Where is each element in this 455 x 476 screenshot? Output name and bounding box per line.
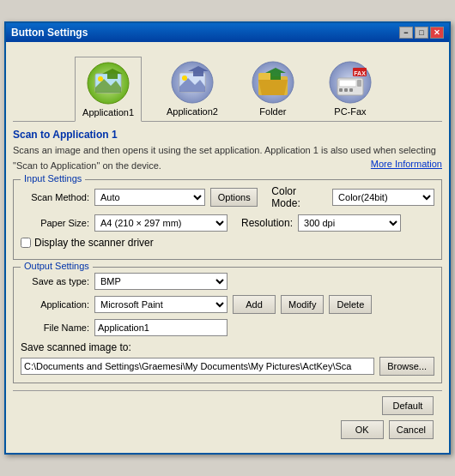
application-select[interactable]: Microsoft Paint [94,296,228,313]
delete-button[interactable]: Delete [329,295,372,314]
bottom-bar: Default [13,390,442,420]
tab-application2[interactable]: Application2 [159,56,226,121]
svg-rect-26 [349,88,353,92]
window-title: Button Settings [11,27,88,39]
more-information-link[interactable]: More Information [371,159,442,169]
svg-point-4 [98,76,103,81]
tab-bar: Application1 [13,49,442,122]
tab-application2-label: Application2 [167,106,218,117]
svg-rect-27 [357,80,361,87]
resolution-select[interactable]: 300 dpi [298,214,401,232]
default-button[interactable]: Default [382,396,434,415]
scan-method-label: Scan Method: [21,192,89,202]
tab-pcfax[interactable]: FAX PC-Fax [320,56,380,121]
save-type-row: Save as type: BMP [21,273,434,290]
svg-text:FAX: FAX [354,70,366,76]
app2-icon [170,60,215,105]
save-type-label: Save as type: [21,276,89,286]
file-name-input[interactable] [94,319,228,336]
input-settings-label: Input Settings [21,173,85,184]
application-row: Application: Microsoft Paint Add Modify … [21,295,434,314]
ok-cancel-row: OK Cancel [13,420,442,446]
display-driver-checkbox[interactable] [21,238,31,248]
output-settings-group: Output Settings Save as type: BMP Applic… [13,267,442,383]
paper-size-row: Paper Size: A4 (210 × 297 mm) Resolution… [21,214,434,232]
svg-marker-16 [258,80,288,95]
description-line2: "Scan to Application" on the device. [13,160,161,172]
scan-method-row: Scan Method: Auto Options Color Mode: Co… [21,185,434,209]
svg-rect-25 [344,88,348,92]
title-bar: Button Settings − □ ✕ [6,23,449,42]
pcfax-icon: FAX [328,60,373,105]
description-line1: Scans an image and then opens it using t… [13,144,442,157]
paper-size-label: Paper Size: [21,218,89,228]
paper-size-select[interactable]: A4 (210 × 297 mm) [94,214,228,232]
cancel-button[interactable]: Cancel [389,420,434,439]
folder-icon [251,60,295,105]
display-driver-row: Display the scanner driver [21,237,434,249]
browse-button[interactable]: Browse... [379,357,434,376]
maximize-button[interactable]: □ [415,27,428,39]
button-settings-window: Button Settings − □ ✕ [4,21,451,455]
modify-button[interactable]: Modify [281,295,324,314]
display-driver-label: Display the scanner driver [34,237,154,249]
options-button[interactable]: Options [210,188,258,207]
svg-rect-23 [339,80,356,87]
tab-folder-label: Folder [259,106,286,117]
main-content: Application1 [6,42,449,453]
color-mode-label: Color Mode: [271,185,327,209]
bottom-right-buttons: Default [382,396,434,415]
svg-rect-24 [339,88,343,92]
tab-application1[interactable]: Application1 [75,57,142,122]
save-path-input[interactable] [21,358,374,375]
application-label: Application: [21,299,89,310]
title-bar-buttons: − □ ✕ [399,27,444,39]
ok-button[interactable]: OK [341,420,384,439]
save-type-select[interactable]: BMP [94,273,228,290]
app1-icon [86,61,130,105]
path-row: Browse... [21,357,434,376]
tab-application1-label: Application1 [82,107,134,117]
file-name-row: File Name: [21,319,434,336]
svg-point-10 [182,75,187,81]
scan-method-select[interactable]: Auto [94,189,205,206]
output-settings-label: Output Settings [21,261,93,271]
save-to-label: Save scanned image to: [21,341,434,353]
file-name-label: File Name: [21,322,89,333]
close-button[interactable]: ✕ [430,27,444,39]
input-settings-group: Input Settings Scan Method: Auto Options… [13,179,442,260]
resolution-label: Resolution: [241,217,293,229]
color-mode-select[interactable]: Color(24bit) [332,189,434,206]
tab-folder[interactable]: Folder [243,56,303,121]
section-title: Scan to Application 1 [13,129,442,141]
tab-pcfax-label: PC-Fax [334,106,366,117]
add-button[interactable]: Add [233,295,276,314]
minimize-button[interactable]: − [399,27,413,39]
